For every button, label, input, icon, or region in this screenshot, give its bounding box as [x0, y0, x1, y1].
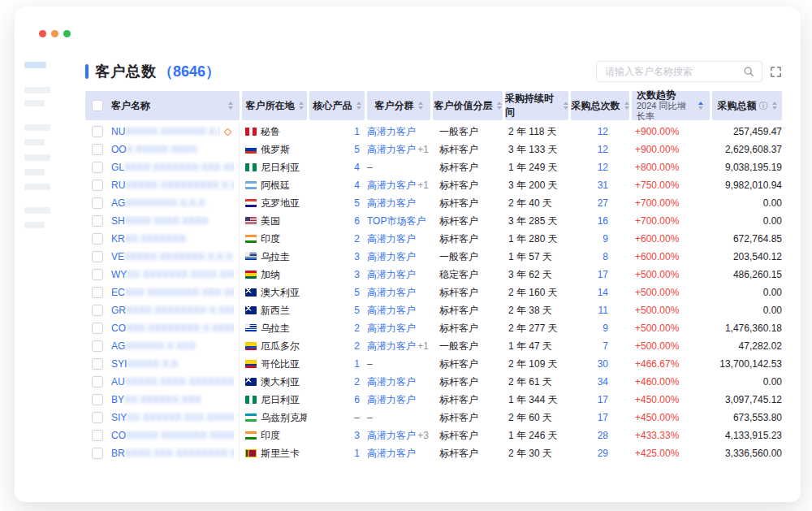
row-checkbox[interactable]: [92, 251, 103, 262]
customer-name-cell[interactable]: RUXXXXX XXXXXXXXX X.X: [85, 176, 240, 194]
customer-name-link[interactable]: GLXXXX XXXXXXX XXX XXXXXCA...: [111, 162, 234, 173]
row-checkbox[interactable]: [92, 430, 103, 441]
row-checkbox[interactable]: [92, 412, 103, 423]
customer-name-link[interactable]: OOX XXXXX XXXX: [111, 144, 234, 155]
purchase-count-cell[interactable]: 12: [571, 162, 629, 173]
customer-name-link[interactable]: COXXX XXXXXXXX X XXXX R...: [111, 323, 234, 334]
core-products-cell[interactable]: 3: [309, 430, 365, 441]
customer-name-link[interactable]: KRXX XXXXXXX: [111, 233, 234, 245]
core-products-cell[interactable]: 2: [309, 233, 365, 245]
sidebar-item[interactable]: [24, 124, 50, 131]
sort-icon[interactable]: [418, 102, 423, 110]
customer-name-link[interactable]: RUXXXXX XXXXXXXXX X.X: [111, 180, 234, 191]
customer-name-cell[interactable]: SYIXXXXX X.X: [85, 355, 240, 373]
purchase-count-cell[interactable]: 12: [571, 126, 629, 137]
purchase-count-cell[interactable]: 9: [571, 233, 629, 245]
row-checkbox[interactable]: [92, 448, 103, 459]
row-checkbox[interactable]: [92, 358, 103, 370]
purchase-count-cell[interactable]: 28: [571, 430, 629, 441]
purchase-count-cell[interactable]: 30: [571, 358, 629, 370]
purchase-count-cell[interactable]: 17: [571, 412, 629, 423]
search-input[interactable]: [605, 66, 742, 77]
customer-name-cell[interactable]: VEXXXXX XXXXXXX X.X.X: [85, 248, 240, 266]
column-header-purchase-amount[interactable]: 采购总额ⓘ: [712, 91, 782, 120]
customer-name-cell[interactable]: SHXXXX XXXX XXXX: [85, 212, 240, 230]
customer-name-cell[interactable]: KRXX XXXXXXX: [85, 230, 240, 248]
row-checkbox[interactable]: [92, 269, 103, 280]
customer-name-link[interactable]: COXXXXX XXXXXXX XXXXX E ...: [111, 430, 234, 441]
row-checkbox[interactable]: [92, 180, 103, 191]
sort-icon[interactable]: [228, 102, 233, 110]
purchase-count-cell[interactable]: 14: [571, 287, 629, 298]
row-checkbox[interactable]: [92, 126, 103, 137]
sort-icon[interactable]: [299, 102, 304, 110]
sidebar-item[interactable]: [24, 154, 50, 161]
customer-name-cell[interactable]: ECXXX XXXXXXXX XXX XXXXXXX: [85, 284, 240, 301]
core-products-cell[interactable]: 5: [309, 144, 365, 155]
select-all-checkbox[interactable]: [92, 100, 103, 111]
customer-name-cell[interactable]: BYXX XXXXXX XXX: [85, 391, 240, 409]
customer-name-link[interactable]: AGXXXXXX X XXX: [111, 340, 234, 352]
column-header-customer-location[interactable]: 客户所在地: [242, 91, 307, 120]
customer-name-cell[interactable]: BRXXXX XXX XXXXXXXX XX LTD: [85, 444, 240, 462]
customer-name-cell[interactable]: COXXXXX XXXXXXX XXXXX E ...: [85, 427, 240, 444]
row-checkbox[interactable]: [92, 287, 103, 298]
row-checkbox[interactable]: [92, 305, 103, 316]
customer-name-link[interactable]: SYIXXXXX X.X: [111, 358, 234, 370]
core-products-cell[interactable]: 5: [309, 287, 365, 298]
customer-name-cell[interactable]: NUXXXXX XXXXXXX X.X.X: [85, 123, 240, 141]
sidebar-item[interactable]: [24, 100, 45, 106]
customer-name-link[interactable]: GRXXXX XXXXXXXX X XXXXX: [111, 305, 234, 316]
core-products-cell[interactable]: 3: [309, 251, 365, 262]
customer-name-link[interactable]: SIYXX XXXXXX XXX XXXXX X...: [111, 412, 234, 423]
purchase-count-cell[interactable]: 8: [571, 251, 629, 262]
customer-name-link[interactable]: BRXXXX XXX XXXXXXXX XX LTD: [111, 448, 234, 459]
sidebar-item[interactable]: [24, 139, 45, 145]
sort-icon[interactable]: [772, 102, 777, 110]
search-icon[interactable]: [742, 65, 755, 78]
customer-name-cell[interactable]: WYXX XXXXXXX XXXX XXXXU...: [85, 266, 240, 284]
purchase-count-cell[interactable]: 7: [571, 340, 629, 352]
customer-name-cell[interactable]: SIYXX XXXXXX XXX XXXXX X...: [85, 409, 240, 427]
core-products-cell[interactable]: 2: [309, 323, 365, 334]
purchase-count-cell[interactable]: 9: [571, 323, 629, 334]
customer-name-cell[interactable]: OOX XXXXX XXXX: [85, 141, 240, 158]
purchase-count-cell[interactable]: 17: [571, 394, 629, 405]
sort-icon[interactable]: [698, 102, 703, 110]
column-header-count-trend[interactable]: 次数趋势2024 同比增长率: [632, 91, 710, 120]
customer-name-cell[interactable]: AUXXXXX XXXX XXXXXXXXX P...: [85, 373, 240, 391]
customer-name-link[interactable]: AGXXXXXXXX X.X.X: [111, 197, 234, 209]
customer-name-link[interactable]: AUXXXXX XXXX XXXXXXXXX P...: [111, 376, 234, 388]
purchase-count-cell[interactable]: 34: [571, 376, 629, 388]
sort-icon[interactable]: [624, 102, 629, 110]
row-checkbox[interactable]: [92, 144, 103, 155]
purchase-count-cell[interactable]: 29: [571, 448, 629, 459]
customer-search-box[interactable]: [596, 61, 762, 82]
column-header-purchase-duration[interactable]: 采购持续时间: [505, 91, 568, 120]
sidebar-item[interactable]: [24, 87, 50, 93]
purchase-count-cell[interactable]: 16: [571, 215, 629, 227]
expand-fullscreen-icon[interactable]: [769, 65, 782, 78]
core-products-cell[interactable]: 6: [309, 215, 365, 227]
customer-name-cell[interactable]: AGXXXXXXXX X.X.X: [85, 194, 240, 212]
sort-icon[interactable]: [497, 102, 502, 110]
sidebar-item[interactable]: [24, 222, 45, 228]
customer-name-cell[interactable]: GRXXXX XXXXXXXX X XXXXX: [85, 301, 240, 319]
core-products-cell[interactable]: 1: [309, 358, 365, 370]
sort-icon[interactable]: [564, 102, 568, 110]
purchase-count-cell[interactable]: 17: [571, 269, 629, 280]
core-products-cell[interactable]: 5: [309, 197, 365, 209]
row-checkbox[interactable]: [92, 197, 103, 209]
core-products-cell[interactable]: 2: [309, 340, 365, 352]
purchase-count-cell[interactable]: 11: [571, 305, 629, 316]
sidebar-item[interactable]: [24, 184, 50, 190]
customer-name-link[interactable]: ECXXX XXXXXXXX XXX XXXXXXX: [111, 287, 234, 298]
core-products-cell[interactable]: 1: [309, 126, 365, 137]
customer-name-cell[interactable]: GLXXXX XXXXXXX XXX XXXXXCA...: [85, 158, 240, 176]
core-products-cell[interactable]: 4: [309, 180, 365, 191]
customer-name-link[interactable]: NUXXXXX XXXXXXX X.X.X: [111, 126, 220, 137]
row-checkbox[interactable]: [92, 340, 103, 352]
column-header-customer-value-tier[interactable]: 客户价值分层: [433, 91, 503, 120]
core-products-cell[interactable]: 1: [309, 448, 365, 459]
sort-icon[interactable]: [356, 102, 361, 110]
